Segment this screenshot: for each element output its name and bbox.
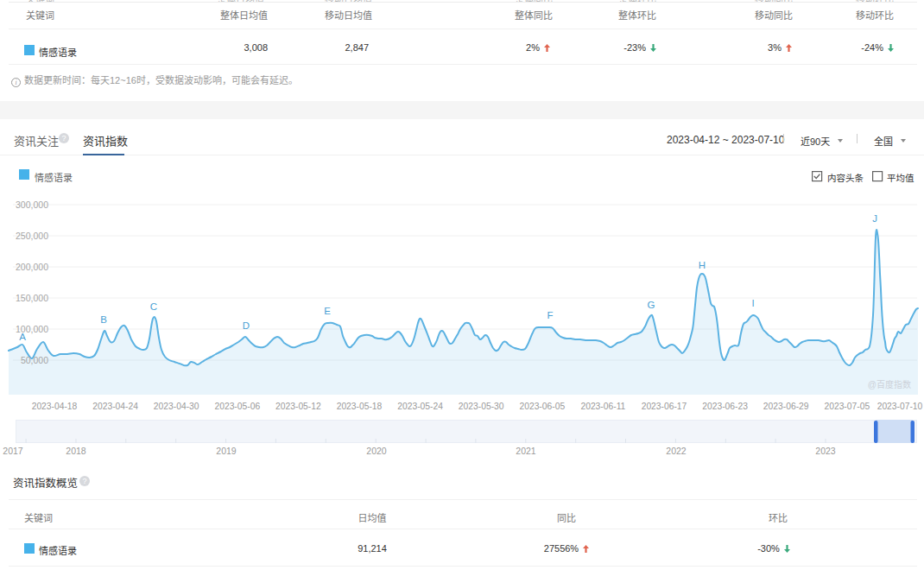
svg-text:2022: 2022 — [666, 446, 687, 456]
svg-text:250,000: 250,000 — [16, 231, 48, 241]
svg-text:2023-06-29: 2023-06-29 — [763, 402, 809, 411]
svg-text:2019: 2019 — [216, 446, 237, 456]
svg-text:2023: 2023 — [815, 446, 836, 456]
svg-text:I: I — [751, 298, 754, 308]
svg-text:2023-06-05: 2023-06-05 — [519, 402, 565, 411]
svg-text:2023-06-17: 2023-06-17 — [642, 402, 687, 411]
svg-text:2023-06-11: 2023-06-11 — [580, 402, 625, 411]
svg-text:B: B — [100, 314, 107, 325]
svg-text:2023-07-10: 2023-07-10 — [877, 402, 923, 411]
svg-text:2018: 2018 — [66, 446, 86, 456]
svg-text:F: F — [547, 310, 553, 320]
svg-text:2023-05-30: 2023-05-30 — [459, 402, 504, 411]
svg-text:2023-05-12: 2023-05-12 — [275, 402, 321, 411]
svg-text:E: E — [324, 306, 331, 316]
svg-text:C: C — [150, 301, 157, 312]
svg-text:A: A — [19, 332, 26, 342]
svg-text:2023-05-18: 2023-05-18 — [337, 402, 383, 411]
svg-text:2020: 2020 — [366, 446, 387, 456]
svg-text:2021: 2021 — [516, 446, 536, 456]
svg-text:50,000: 50,000 — [21, 355, 48, 365]
svg-text:D: D — [243, 320, 250, 331]
svg-text:2023-04-18: 2023-04-18 — [32, 402, 78, 411]
svg-text:2023-06-23: 2023-06-23 — [702, 402, 748, 411]
svg-text:@百度指数: @百度指数 — [868, 377, 911, 390]
svg-text:2017: 2017 — [3, 446, 23, 456]
svg-text:200,000: 200,000 — [16, 262, 48, 272]
svg-text:2023-05-06: 2023-05-06 — [214, 402, 260, 411]
svg-text:H: H — [699, 260, 706, 270]
svg-text:300,000: 300,000 — [16, 200, 48, 210]
svg-text:J: J — [872, 213, 877, 224]
svg-text:150,000: 150,000 — [16, 293, 48, 303]
svg-text:G: G — [648, 300, 655, 310]
svg-text:2023-05-24: 2023-05-24 — [397, 402, 443, 411]
svg-text:2023-04-24: 2023-04-24 — [92, 402, 138, 411]
svg-text:2023-04-30: 2023-04-30 — [154, 402, 199, 411]
svg-text:2023-07-05: 2023-07-05 — [824, 402, 870, 411]
